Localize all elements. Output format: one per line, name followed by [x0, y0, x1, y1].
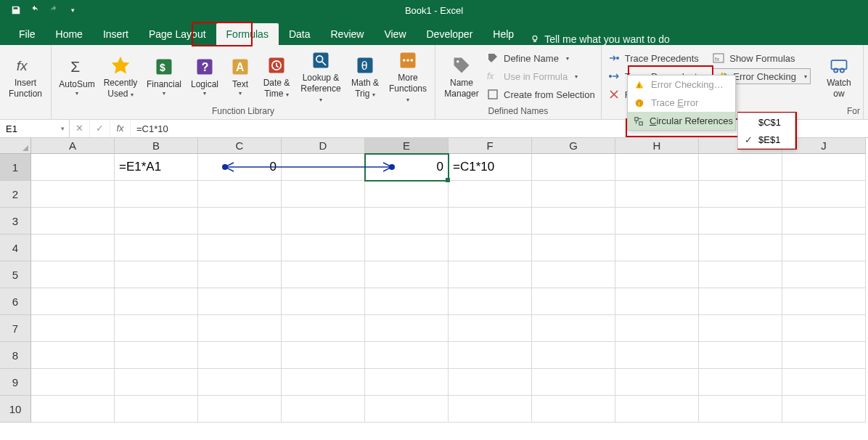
svg-text:fx: fx: [487, 71, 494, 81]
tell-me-label: Tell me what you want to do: [544, 33, 670, 45]
svg-point-30: [840, 68, 844, 72]
svg-point-0: [533, 36, 537, 40]
fx-small-icon[interactable]: fx: [110, 120, 131, 137]
menu-error-checking[interactable]: ! Error Checking…: [628, 76, 735, 94]
save-icon[interactable]: [7, 2, 25, 18]
clock-icon: [265, 54, 288, 77]
svg-rect-11: [314, 53, 329, 68]
tab-insert[interactable]: Insert: [93, 23, 139, 45]
tab-developer[interactable]: Developer: [417, 23, 483, 45]
ribbon: fx Insert Function ΣAutoSum▾ RecentlyUse…: [0, 45, 868, 120]
col-F[interactable]: F: [449, 138, 532, 154]
insert-function-l2: Function: [9, 89, 42, 99]
more-icon: [396, 49, 419, 72]
tab-help[interactable]: Help: [483, 23, 524, 45]
cell-E1[interactable]: 0: [365, 154, 449, 181]
cell-G1[interactable]: [532, 154, 615, 181]
col-G[interactable]: G: [532, 138, 615, 154]
row-8[interactable]: 8: [0, 342, 31, 369]
cell-A1[interactable]: [31, 154, 115, 181]
tab-formulas[interactable]: Formulas: [216, 23, 279, 45]
tab-view[interactable]: View: [374, 23, 416, 45]
row-1[interactable]: 1: [0, 154, 31, 181]
define-name-button[interactable]: Define Name▾: [486, 50, 595, 66]
undo-icon[interactable]: [26, 2, 44, 18]
quick-access-toolbar: ▾: [0, 2, 81, 18]
use-in-formula-button[interactable]: fxUse in Formula▾: [486, 68, 595, 84]
circ-ref-c1[interactable]: $C$1: [738, 113, 795, 131]
row-7[interactable]: 7: [0, 315, 31, 342]
cell-C1[interactable]: 0: [198, 154, 282, 181]
select-all-corner[interactable]: [0, 138, 31, 154]
menu-circular-references[interactable]: Circular References ▶: [628, 112, 735, 130]
logical-button[interactable]: ?Logical▾: [188, 55, 221, 97]
name-manager-button[interactable]: NameManager: [441, 54, 482, 99]
row-5[interactable]: 5: [0, 261, 31, 288]
more-functions-button[interactable]: MoreFunctions ▾: [387, 49, 429, 104]
logical-icon: ?: [193, 55, 216, 78]
col-A[interactable]: A: [31, 138, 115, 154]
row-10[interactable]: 10: [0, 396, 31, 423]
row-6[interactable]: 6: [0, 288, 31, 315]
row-headers: 1 2 3 4 5 6 7 8 9 10: [0, 154, 31, 423]
insert-function-button[interactable]: fx Insert Function: [6, 54, 45, 99]
financial-button[interactable]: $Financial▾: [144, 55, 184, 97]
svg-text:Σ: Σ: [70, 58, 80, 75]
cell-F1[interactable]: =C1*10: [449, 154, 532, 181]
group-function-library: ΣAutoSum▾ RecentlyUsed ▾ $Financial▾ ?Lo…: [52, 45, 435, 119]
tab-file[interactable]: File: [9, 23, 46, 45]
lookup-button[interactable]: Lookup &Reference ▾: [298, 49, 343, 104]
col-D[interactable]: D: [282, 138, 365, 154]
svg-point-23: [609, 75, 612, 78]
show-formulas-icon: fx: [712, 52, 725, 64]
circ-ref-e1[interactable]: ✓$E$1: [738, 131, 795, 148]
remove-arrows-icon: [607, 89, 621, 100]
create-selection-icon: [486, 89, 499, 100]
tab-review[interactable]: Review: [321, 23, 374, 45]
date-time-button[interactable]: Date &Time ▾: [259, 54, 294, 99]
svg-point-29: [834, 68, 838, 72]
svg-text:fx: fx: [715, 56, 719, 62]
name-box[interactable]: E1: [0, 120, 70, 137]
redo-icon[interactable]: [45, 2, 62, 18]
svg-point-22: [616, 57, 619, 60]
cell-B1[interactable]: =E1*A1: [115, 154, 198, 181]
create-from-selection-button[interactable]: Create from Selection: [486, 86, 595, 102]
svg-text:!: !: [638, 100, 639, 107]
show-formulas-button[interactable]: fxShow Formulas: [712, 50, 811, 66]
watch-window-button[interactable]: Watchow: [821, 54, 857, 99]
text-button[interactable]: AText▾: [226, 55, 255, 97]
cell-A2[interactable]: [31, 181, 115, 208]
row-4[interactable]: 4: [0, 235, 31, 261]
precedents-icon: [607, 52, 621, 64]
col-H[interactable]: H: [615, 138, 699, 154]
cell-D1[interactable]: [282, 154, 365, 181]
cell-H1[interactable]: [615, 154, 699, 181]
insert-function-l1: Insert: [15, 78, 36, 88]
row-3[interactable]: 3: [0, 208, 31, 235]
autosum-button[interactable]: ΣAutoSum▾: [57, 55, 97, 97]
tab-page-layout[interactable]: Page Layout: [139, 23, 216, 45]
row-9[interactable]: 9: [0, 369, 31, 396]
tab-data[interactable]: Data: [279, 23, 321, 45]
cell-I1[interactable]: [699, 154, 782, 181]
col-C[interactable]: C: [198, 138, 282, 154]
enter-icon[interactable]: ✓: [90, 120, 110, 137]
recently-used-button[interactable]: RecentlyUsed ▾: [101, 54, 140, 99]
tag-icon: [450, 54, 473, 77]
qat-customize-icon[interactable]: ▾: [64, 2, 81, 18]
cell-J1[interactable]: [782, 154, 866, 181]
tab-home[interactable]: Home: [46, 23, 93, 45]
fx-icon: fx: [14, 54, 37, 77]
lightbulb-icon: [530, 34, 540, 44]
menu-trace-error[interactable]: ! Trace Error: [628, 94, 735, 112]
define-name-icon: [486, 52, 499, 64]
math-button[interactable]: θMath &Trig ▾: [348, 54, 382, 99]
cancel-icon[interactable]: ✕: [70, 120, 90, 137]
tell-me[interactable]: Tell me what you want to do: [530, 33, 670, 45]
group-insert-function: fx Insert Function: [0, 45, 52, 119]
col-B[interactable]: B: [115, 138, 198, 154]
col-E[interactable]: E: [365, 138, 449, 154]
trace-precedents-button[interactable]: Trace Precedents: [607, 50, 702, 66]
row-2[interactable]: 2: [0, 181, 31, 208]
